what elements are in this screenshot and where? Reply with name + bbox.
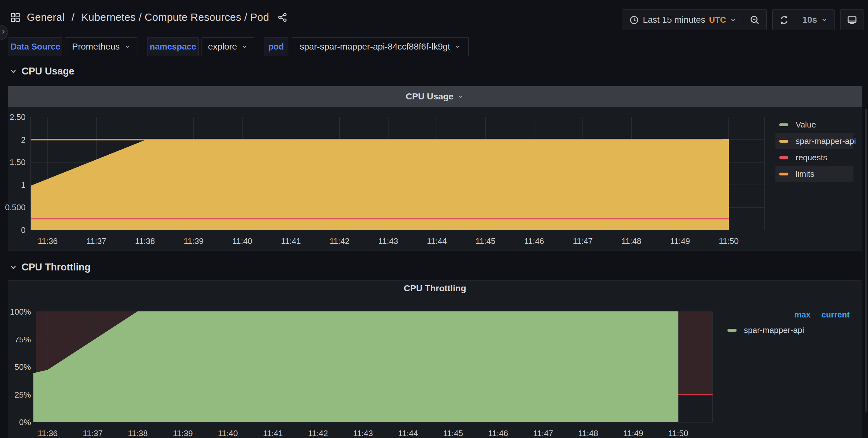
- svg-text:100%: 100%: [10, 307, 31, 316]
- svg-text:75%: 75%: [14, 335, 31, 344]
- svg-text:11:44: 11:44: [398, 429, 418, 438]
- legend-column-max[interactable]: max: [794, 310, 810, 320]
- svg-text:11:36: 11:36: [38, 429, 58, 438]
- svg-text:11:46: 11:46: [488, 429, 508, 438]
- svg-text:11:45: 11:45: [475, 236, 495, 246]
- legend-item-requests[interactable]: requests: [775, 149, 854, 166]
- svg-text:11:44: 11:44: [427, 236, 446, 246]
- svg-text:11:38: 11:38: [135, 236, 155, 246]
- svg-text:11:40: 11:40: [232, 236, 252, 246]
- svg-text:11:50: 11:50: [719, 236, 739, 246]
- legend-swatch: [727, 329, 737, 332]
- svg-text:11:41: 11:41: [281, 236, 301, 246]
- svg-text:50%: 50%: [14, 362, 31, 372]
- grafana-dashboard: General / Kubernetes / Compute Resources…: [0, 0, 868, 438]
- legend-label: Value: [796, 120, 816, 130]
- svg-text:11:38: 11:38: [128, 429, 148, 438]
- svg-text:2: 2: [21, 135, 26, 144]
- svg-text:11:43: 11:43: [353, 429, 373, 438]
- svg-text:11:49: 11:49: [670, 236, 690, 246]
- legend-swatch: [779, 156, 788, 159]
- legend-column-current[interactable]: current: [821, 310, 850, 320]
- scrollbar-thumb[interactable]: [865, 109, 867, 412]
- series-area-spar-mapper-api: [31, 140, 729, 230]
- svg-text:0%: 0%: [19, 417, 31, 427]
- svg-text:0.500: 0.500: [5, 203, 26, 212]
- chart-cpu-throttling[interactable]: 0%25%50%75%100%11:3611:3711:3811:3911:40…: [10, 307, 713, 438]
- legend-item-limits[interactable]: limits: [775, 166, 854, 182]
- legend-label: spar-mapper-api: [744, 325, 804, 335]
- legend-item-spar-mapper-api[interactable]: spar-mapper-api: [775, 133, 854, 149]
- legend-swatch: [779, 173, 788, 175]
- chart-layer[interactable]: 00.50011.5022.5011:3611:3711:3811:3911:4…: [0, 0, 868, 438]
- svg-text:2.50: 2.50: [9, 112, 26, 122]
- svg-text:1: 1: [21, 180, 26, 190]
- series-area-spar-mapper-api: [33, 312, 678, 422]
- legend-swatch: [779, 123, 788, 126]
- svg-text:11:43: 11:43: [378, 236, 398, 246]
- svg-text:11:47: 11:47: [573, 236, 593, 246]
- svg-text:11:40: 11:40: [218, 429, 238, 438]
- svg-text:11:37: 11:37: [86, 236, 106, 246]
- cpu-usage-legend: Valuespar-mapper-apirequestslimits: [775, 116, 854, 182]
- svg-text:11:42: 11:42: [308, 429, 328, 438]
- svg-text:11:37: 11:37: [83, 429, 103, 438]
- svg-text:1.50: 1.50: [9, 158, 26, 167]
- svg-text:11:42: 11:42: [330, 236, 349, 246]
- cpu-throttling-legend-item[interactable]: spar-mapper-api: [724, 322, 804, 338]
- svg-text:11:36: 11:36: [38, 236, 58, 246]
- svg-text:0: 0: [21, 225, 26, 235]
- svg-text:11:50: 11:50: [669, 429, 688, 438]
- svg-text:11:41: 11:41: [263, 429, 283, 438]
- legend-label: limits: [796, 169, 814, 179]
- legend-label: requests: [796, 153, 827, 163]
- legend-label: spar-mapper-api: [796, 136, 856, 146]
- svg-text:11:49: 11:49: [623, 429, 643, 438]
- svg-text:11:39: 11:39: [184, 236, 204, 246]
- legend-item-Value[interactable]: Value: [775, 116, 854, 133]
- svg-text:11:48: 11:48: [621, 236, 641, 246]
- svg-text:11:45: 11:45: [443, 429, 463, 438]
- chart-cpu-usage[interactable]: 00.50011.5022.5011:3611:3711:3811:3911:4…: [5, 112, 765, 246]
- svg-text:11:39: 11:39: [173, 429, 193, 438]
- cpu-throttling-legend-columns: max current: [758, 310, 850, 320]
- svg-text:11:47: 11:47: [533, 429, 553, 438]
- svg-text:25%: 25%: [14, 390, 31, 400]
- svg-text:11:46: 11:46: [524, 236, 544, 246]
- svg-text:11:48: 11:48: [578, 429, 598, 438]
- legend-swatch: [779, 140, 788, 143]
